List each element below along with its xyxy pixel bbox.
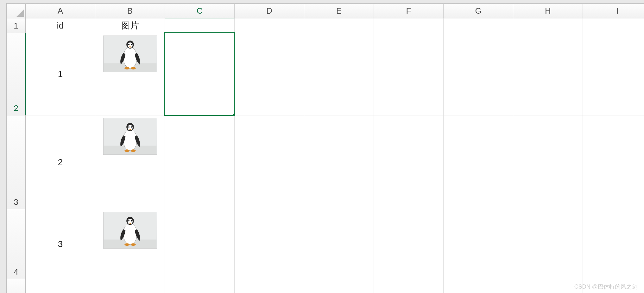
cell-E1[interactable]	[304, 18, 374, 33]
cell-G5[interactable]	[444, 279, 513, 293]
cell-E5[interactable]	[304, 279, 374, 293]
cell-B5[interactable]	[95, 279, 165, 293]
selection-border	[164, 32, 235, 116]
cell-A2[interactable]: 1	[26, 33, 95, 115]
cell-E3[interactable]	[304, 115, 374, 209]
cell-B2[interactable]	[95, 33, 165, 115]
col-header-C[interactable]: C	[165, 4, 235, 18]
svg-point-23	[128, 220, 129, 222]
cell-C3[interactable]	[165, 115, 235, 209]
svg-point-6	[130, 44, 132, 45]
spreadsheet-area[interactable]: A B C D E F G H I 1 id 图片 2 1	[6, 3, 644, 293]
cell-F2[interactable]	[374, 33, 444, 115]
cell-C5[interactable]	[165, 279, 235, 293]
cell-E2[interactable]	[304, 33, 374, 115]
cell-B1[interactable]: 图片	[95, 18, 165, 33]
col-header-E[interactable]: E	[304, 4, 374, 18]
row-header-3[interactable]: 3	[7, 115, 26, 209]
cell-H1[interactable]	[513, 18, 583, 33]
svg-point-17	[130, 149, 136, 152]
cell-H4[interactable]	[513, 209, 583, 279]
row-header-5[interactable]	[7, 279, 26, 293]
cell-H3[interactable]	[513, 115, 583, 209]
svg-point-14	[128, 127, 129, 128]
cell-I3[interactable]	[583, 115, 644, 209]
select-all-corner[interactable]	[7, 4, 26, 18]
svg-point-24	[130, 220, 132, 222]
svg-point-11	[123, 129, 137, 151]
cell-A4[interactable]: 3	[26, 209, 95, 279]
cell-A5[interactable]	[26, 279, 95, 293]
cell-D1[interactable]	[235, 18, 304, 33]
col-header-A[interactable]: A	[26, 4, 95, 18]
cell-H2[interactable]	[513, 33, 583, 115]
cell-D3[interactable]	[235, 115, 304, 209]
svg-point-16	[124, 149, 129, 152]
svg-point-26	[130, 243, 136, 246]
cell-B3[interactable]	[95, 115, 165, 209]
cell-I1[interactable]	[583, 18, 644, 33]
cell-A3[interactable]: 2	[26, 115, 95, 209]
col-header-F[interactable]: F	[374, 4, 444, 18]
svg-point-8	[130, 67, 136, 69]
cell-G1[interactable]	[444, 18, 513, 33]
cell-G3[interactable]	[444, 115, 513, 209]
svg-point-20	[123, 223, 137, 244]
cell-D5[interactable]	[235, 279, 304, 293]
cell-D2[interactable]	[235, 33, 304, 115]
cell-F5[interactable]	[374, 279, 444, 293]
cell-C2[interactable]	[165, 33, 235, 115]
col-header-D[interactable]: D	[235, 4, 304, 18]
svg-point-7	[124, 67, 129, 69]
col-header-H[interactable]: H	[513, 4, 583, 18]
cell-G4[interactable]	[444, 209, 513, 279]
cell-B4[interactable]	[95, 209, 165, 279]
penguin-image[interactable]	[103, 118, 157, 155]
col-header-B[interactable]: B	[95, 4, 165, 18]
row-header-4[interactable]: 4	[7, 209, 26, 279]
cell-I4[interactable]	[583, 209, 644, 279]
cell-C1[interactable]	[165, 18, 235, 33]
col-header-I[interactable]: I	[583, 4, 644, 18]
grid: A B C D E F G H I 1 id 图片 2 1	[7, 3, 644, 293]
cell-D4[interactable]	[235, 209, 304, 279]
col-header-G[interactable]: G	[444, 4, 513, 18]
cell-F4[interactable]	[374, 209, 444, 279]
svg-point-25	[124, 243, 129, 246]
cell-H5[interactable]	[513, 279, 583, 293]
row-header-1[interactable]: 1	[7, 18, 26, 33]
cell-I2[interactable]	[583, 33, 644, 115]
row-header-2[interactable]: 2	[7, 33, 26, 115]
svg-point-5	[128, 44, 129, 45]
cell-A1[interactable]: id	[26, 18, 95, 33]
cell-C4[interactable]	[165, 209, 235, 279]
cell-E4[interactable]	[304, 209, 374, 279]
penguin-image[interactable]	[103, 212, 157, 249]
cell-F1[interactable]	[374, 18, 444, 33]
cell-G2[interactable]	[444, 33, 513, 115]
svg-point-15	[130, 127, 132, 128]
cell-F3[interactable]	[374, 115, 444, 209]
penguin-image[interactable]	[103, 36, 157, 72]
watermark-text: CSDN @巴休特的风之剑	[574, 283, 638, 290]
svg-point-2	[123, 47, 137, 68]
